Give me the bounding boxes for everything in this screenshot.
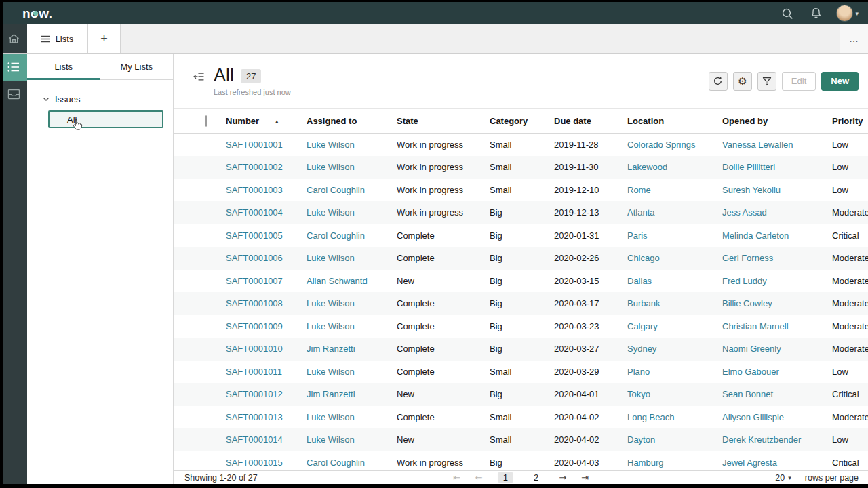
select-all-checkbox[interactable] <box>205 115 207 127</box>
settings-gear-button[interactable]: ⚙ <box>733 72 752 91</box>
location-link[interactable]: Burbank <box>627 298 660 308</box>
location-link[interactable]: Dayton <box>627 434 655 445</box>
location-link[interactable]: Lakewood <box>627 162 667 172</box>
table-row[interactable]: SAFT0001011Luke WilsonCompleteSmall2020-… <box>174 361 868 384</box>
number-link[interactable]: SAFT0001008 <box>226 298 283 308</box>
column-due-date[interactable]: Due date <box>554 109 627 134</box>
opened-by-link[interactable]: Dollie Pillitteri <box>722 162 775 172</box>
table-row[interactable]: SAFT0001004Luke WilsonWork in progressBi… <box>174 201 868 224</box>
sidebar-tab-my-lists[interactable]: My Lists <box>100 54 174 79</box>
assigned-to-link[interactable]: Luke Wilson <box>307 367 355 377</box>
tree-item-all[interactable]: All <box>48 110 163 128</box>
user-menu[interactable]: ▾ <box>836 5 859 22</box>
notifications-bell-icon[interactable] <box>808 5 824 22</box>
location-link[interactable]: Atlanta <box>627 207 654 218</box>
tab-overflow-button[interactable]: … <box>840 24 868 53</box>
rows-per-page-select[interactable]: 20 ▾ <box>775 473 791 483</box>
location-link[interactable]: Long Beach <box>627 412 674 422</box>
location-link[interactable]: Sydney <box>627 344 656 354</box>
number-link[interactable]: SAFT0001010 <box>226 344 283 354</box>
table-row[interactable]: SAFT0001008Luke WilsonCompleteBig2020-03… <box>174 292 868 315</box>
location-link[interactable]: Dallas <box>627 276 652 286</box>
number-link[interactable]: SAFT0001001 <box>226 140 283 150</box>
new-tab-button[interactable]: + <box>88 24 121 53</box>
location-link[interactable]: Colorado Springs <box>627 140 695 150</box>
filter-button[interactable] <box>757 72 776 91</box>
number-link[interactable]: SAFT0001004 <box>226 207 283 218</box>
table-row[interactable]: SAFT0001013Luke WilsonCompleteSmall2020-… <box>174 406 868 429</box>
opened-by-link[interactable]: Naomi Greenly <box>722 344 781 354</box>
assigned-to-link[interactable]: Luke Wilson <box>307 140 355 150</box>
first-page-button[interactable]: ⇤ <box>453 472 460 483</box>
location-link[interactable]: Plano <box>627 367 650 377</box>
opened-by-link[interactable]: Geri Forness <box>722 253 773 263</box>
table-row[interactable]: SAFT0001012Jim RanzettiNewBig2020-04-01T… <box>174 383 868 406</box>
number-link[interactable]: SAFT0001003 <box>226 185 283 195</box>
next-page-button[interactable]: → <box>559 472 566 483</box>
location-link[interactable]: Calgary <box>627 321 658 331</box>
previous-page-button[interactable]: ← <box>475 472 483 483</box>
column-location[interactable]: Location <box>627 109 722 134</box>
opened-by-link[interactable]: Suresh Yekollu <box>722 185 781 195</box>
number-link[interactable]: SAFT0001013 <box>226 412 283 422</box>
assigned-to-link[interactable]: Luke Wilson <box>307 412 355 422</box>
table-row[interactable]: SAFT0001005Carol CoughlinCompleteBig2020… <box>174 224 868 247</box>
page-1-button[interactable]: 1 <box>498 472 513 483</box>
assigned-to-link[interactable]: Luke Wilson <box>307 298 355 308</box>
number-link[interactable]: SAFT0001014 <box>226 434 283 445</box>
opened-by-link[interactable]: Allyson Gillispie <box>722 412 784 422</box>
location-link[interactable]: Tokyo <box>627 389 650 399</box>
number-link[interactable]: SAFT0001012 <box>226 389 283 399</box>
column-number[interactable]: Number▲ <box>226 109 307 134</box>
table-row[interactable]: SAFT0001009Luke WilsonCompleteBig2020-03… <box>174 315 868 338</box>
assigned-to-link[interactable]: Carol Coughlin <box>307 185 365 195</box>
assigned-to-link[interactable]: Jim Ranzetti <box>307 389 355 399</box>
location-link[interactable]: Rome <box>627 185 651 195</box>
opened-by-link[interactable]: Sean Bonnet <box>722 389 773 399</box>
new-button[interactable]: New <box>821 72 859 91</box>
refresh-button[interactable] <box>709 72 728 91</box>
assigned-to-link[interactable]: Jim Ranzetti <box>307 344 355 354</box>
assigned-to-link[interactable]: Carol Coughlin <box>307 458 365 468</box>
column-priority[interactable]: Priority <box>832 109 868 134</box>
opened-by-link[interactable]: Vanessa Lewallen <box>722 140 793 150</box>
rail-lists-item[interactable] <box>0 54 27 81</box>
tree-group-issues[interactable]: Issues <box>27 92 173 106</box>
table-row[interactable]: SAFT0001014Luke WilsonNewSmall2020-04-02… <box>174 428 868 451</box>
collapse-sidebar-icon[interactable] <box>192 70 205 83</box>
number-link[interactable]: SAFT0001011 <box>226 367 282 377</box>
number-link[interactable]: SAFT0001002 <box>226 162 283 172</box>
opened-by-link[interactable]: Derek Kreutzbender <box>722 434 801 445</box>
number-link[interactable]: SAFT0001015 <box>226 458 283 468</box>
assigned-to-link[interactable]: Luke Wilson <box>307 162 355 172</box>
number-link[interactable]: SAFT0001007 <box>226 276 283 286</box>
opened-by-link[interactable]: Elmo Gabouer <box>722 367 779 377</box>
table-row[interactable]: SAFT0001006Luke WilsonCompleteBig2020-02… <box>174 247 868 270</box>
number-link[interactable]: SAFT0001005 <box>226 230 283 241</box>
assigned-to-link[interactable]: Luke Wilson <box>307 321 355 331</box>
opened-by-link[interactable]: Jess Assad <box>722 207 767 218</box>
opened-by-link[interactable]: Melinda Carleton <box>722 230 789 241</box>
opened-by-link[interactable]: Christian Marnell <box>722 321 789 331</box>
column-state[interactable]: State <box>397 109 490 134</box>
opened-by-link[interactable]: Billie Cowley <box>722 298 772 308</box>
opened-by-link[interactable]: Jewel Agresta <box>722 458 777 468</box>
home-tab[interactable] <box>0 24 27 53</box>
tab-lists[interactable]: Lists <box>27 24 88 53</box>
search-icon[interactable] <box>779 5 795 22</box>
rail-inbox-item[interactable] <box>0 81 27 108</box>
column-opened-by[interactable]: Opened by <box>722 109 832 134</box>
column-assigned-to[interactable]: Assigned to <box>307 109 397 134</box>
edit-button[interactable]: Edit <box>782 72 816 91</box>
assigned-to-link[interactable]: Carol Coughlin <box>307 230 365 241</box>
assigned-to-link[interactable]: Allan Schwantd <box>307 276 368 286</box>
table-row[interactable]: SAFT0001010Jim RanzettiCompleteBig2020-0… <box>174 338 868 361</box>
location-link[interactable]: Chicago <box>627 253 660 263</box>
sidebar-tab-lists[interactable]: Lists <box>27 54 100 79</box>
page-2-button[interactable]: 2 <box>528 472 544 483</box>
table-row[interactable]: SAFT0001003Carol CoughlinWork in progres… <box>174 179 868 202</box>
number-link[interactable]: SAFT0001009 <box>226 321 283 331</box>
table-row[interactable]: SAFT0001007Allan SchwantdNewBig2020-03-1… <box>174 270 868 293</box>
table-row[interactable]: SAFT0001002Luke WilsonWork in progressSm… <box>174 156 868 179</box>
table-row[interactable]: SAFT0001001Luke WilsonWork in progressSm… <box>174 134 868 157</box>
